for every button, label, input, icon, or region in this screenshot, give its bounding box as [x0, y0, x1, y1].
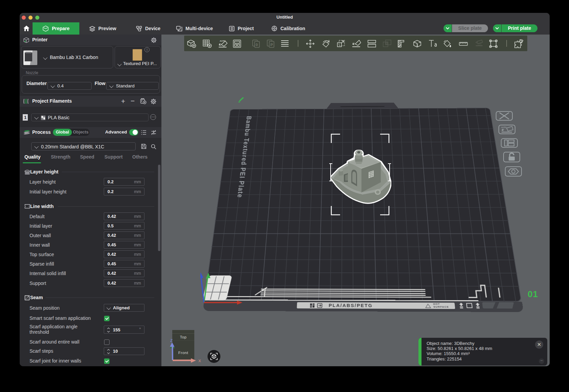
svg-text:Z: Z: [170, 338, 173, 343]
svg-text:P: P: [271, 43, 273, 47]
svg-text:AUTO: AUTO: [501, 126, 507, 128]
svg-text:AUTO: AUTO: [220, 40, 225, 42]
svg-text:X: X: [198, 359, 201, 363]
svg-text:0: 0: [256, 43, 258, 47]
